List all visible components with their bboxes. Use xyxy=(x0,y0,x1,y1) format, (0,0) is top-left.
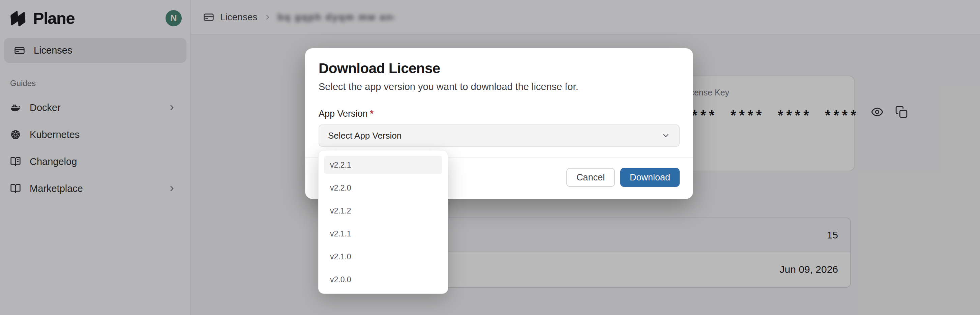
dropdown-option[interactable]: v2.1.1 xyxy=(324,224,442,243)
chevron-down-icon xyxy=(662,131,670,140)
select-placeholder: Select App Version xyxy=(328,130,401,141)
dropdown-option[interactable]: v2.1.2 xyxy=(324,202,442,220)
dropdown-option[interactable]: v2.2.1 xyxy=(324,156,442,174)
app-version-label: App Version * xyxy=(318,108,679,119)
dropdown-option[interactable]: v2.2.0 xyxy=(324,179,442,197)
app-root: Plane N Licenses Guides xyxy=(0,0,980,315)
app-version-select[interactable]: Select App Version xyxy=(318,124,679,147)
required-asterisk: * xyxy=(370,108,374,119)
modal-title: Download License xyxy=(318,60,679,76)
dropdown-option[interactable]: v2.1.0 xyxy=(324,248,442,266)
modal-subtitle: Select the app version you want to downl… xyxy=(318,81,679,92)
cancel-button[interactable]: Cancel xyxy=(566,168,615,187)
app-version-dropdown: v2.2.1 v2.2.0 v2.1.2 v2.1.1 v2.1.0 v2.0.… xyxy=(318,150,448,294)
download-button[interactable]: Download xyxy=(620,168,679,187)
field-label-text: App Version xyxy=(318,108,368,119)
dropdown-option[interactable]: v2.0.0 xyxy=(324,270,442,289)
modal-footer: Cancel Download xyxy=(566,168,679,187)
